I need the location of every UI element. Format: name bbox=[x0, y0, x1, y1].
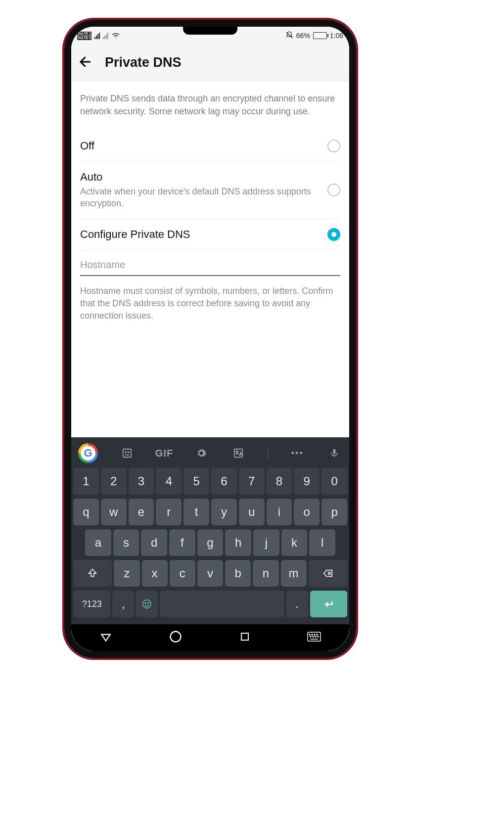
mic-icon[interactable] bbox=[326, 445, 342, 461]
page-title: Private DNS bbox=[105, 55, 182, 70]
option-configure[interactable]: Configure Private DNS bbox=[80, 219, 340, 250]
signal-sim2-icon bbox=[103, 33, 108, 39]
svg-rect-9 bbox=[241, 633, 248, 640]
radio-auto[interactable] bbox=[327, 184, 340, 196]
keyboard-row-asdf: a s d f g h j k l bbox=[73, 529, 347, 556]
key-j[interactable]: j bbox=[253, 529, 279, 556]
keyboard-row-numbers: 1 2 3 4 5 6 7 8 9 0 bbox=[73, 468, 347, 495]
battery-icon bbox=[313, 32, 327, 39]
back-button[interactable] bbox=[78, 54, 93, 71]
key-1[interactable]: 1 bbox=[73, 468, 99, 495]
option-off[interactable]: Off bbox=[80, 131, 340, 162]
translate-icon[interactable] bbox=[230, 445, 246, 461]
key-3[interactable]: 3 bbox=[129, 468, 154, 495]
key-2[interactable]: 2 bbox=[101, 468, 127, 495]
description-text: Private DNS sends data through an encryp… bbox=[80, 92, 340, 118]
wifi-icon bbox=[111, 32, 120, 40]
key-8[interactable]: 8 bbox=[267, 468, 292, 495]
key-p[interactable]: p bbox=[321, 499, 347, 525]
key-5[interactable]: 5 bbox=[183, 468, 209, 495]
svg-point-15 bbox=[317, 634, 318, 635]
key-i[interactable]: i bbox=[267, 499, 292, 525]
mute-icon bbox=[285, 31, 293, 41]
notch bbox=[183, 27, 237, 35]
key-q[interactable]: q bbox=[73, 499, 99, 525]
key-m[interactable]: m bbox=[281, 560, 307, 587]
enter-key[interactable] bbox=[310, 591, 347, 617]
key-o[interactable]: o bbox=[294, 499, 320, 525]
phone-frame: VoLTE 1 VoLTE 2 66% 1:06 bbox=[64, 20, 356, 658]
keyboard-row-bottom: ?123 , . bbox=[73, 591, 347, 617]
app-header: Private DNS bbox=[71, 45, 349, 81]
emoji-key[interactable] bbox=[136, 591, 158, 617]
backspace-key[interactable] bbox=[309, 560, 347, 587]
key-0[interactable]: 0 bbox=[321, 468, 347, 495]
key-9[interactable]: 9 bbox=[294, 468, 320, 495]
key-u[interactable]: u bbox=[239, 499, 265, 525]
more-icon[interactable]: ••• bbox=[289, 445, 305, 461]
nav-home-icon[interactable] bbox=[169, 630, 183, 646]
key-h[interactable]: h bbox=[225, 529, 251, 556]
svg-point-13 bbox=[312, 634, 313, 635]
option-off-label: Off bbox=[80, 139, 320, 152]
key-r[interactable]: r bbox=[156, 499, 182, 525]
key-w[interactable]: w bbox=[101, 499, 127, 525]
key-t[interactable]: t bbox=[183, 499, 209, 525]
option-auto-label: Auto bbox=[80, 171, 320, 184]
radio-off[interactable] bbox=[327, 139, 340, 152]
nav-keyboard-icon[interactable] bbox=[307, 632, 321, 644]
key-c[interactable]: c bbox=[170, 560, 195, 587]
signal-sim1-icon bbox=[94, 33, 100, 39]
period-key[interactable]: . bbox=[286, 591, 308, 617]
comma-key[interactable]: , bbox=[112, 591, 134, 617]
key-b[interactable]: b bbox=[225, 560, 251, 587]
svg-point-18 bbox=[315, 636, 316, 637]
svg-point-5 bbox=[143, 600, 151, 608]
key-z[interactable]: z bbox=[114, 560, 139, 587]
volte-1-icon: VoLTE 1 bbox=[77, 32, 92, 36]
google-logo-icon[interactable]: G bbox=[78, 443, 98, 463]
key-s[interactable]: s bbox=[113, 529, 139, 556]
key-a[interactable]: a bbox=[85, 529, 111, 556]
key-y[interactable]: y bbox=[211, 499, 237, 525]
key-g[interactable]: g bbox=[197, 529, 224, 556]
screen: VoLTE 1 VoLTE 2 66% 1:06 bbox=[71, 27, 349, 651]
key-d[interactable]: d bbox=[141, 529, 167, 556]
svg-point-14 bbox=[314, 634, 315, 635]
svg-point-19 bbox=[318, 636, 319, 637]
settings-icon[interactable] bbox=[193, 445, 209, 461]
keyboard-separator bbox=[268, 447, 268, 459]
svg-point-2 bbox=[128, 452, 129, 453]
volte-2-icon: VoLTE 2 bbox=[77, 36, 92, 40]
key-x[interactable]: x bbox=[142, 560, 168, 587]
gif-button[interactable]: GIF bbox=[156, 445, 172, 461]
option-auto[interactable]: Auto Activate when your device's default… bbox=[80, 162, 340, 219]
key-7[interactable]: 7 bbox=[239, 468, 265, 495]
keyboard-row-zxcv: z x c v b n m bbox=[73, 560, 347, 587]
clock-time: 1:06 bbox=[330, 32, 343, 40]
key-f[interactable]: f bbox=[169, 529, 195, 556]
svg-point-6 bbox=[145, 603, 146, 604]
shift-key[interactable] bbox=[73, 560, 112, 587]
key-l[interactable]: l bbox=[309, 529, 335, 556]
key-4[interactable]: 4 bbox=[156, 468, 182, 495]
key-v[interactable]: v bbox=[197, 560, 223, 587]
space-key[interactable] bbox=[160, 591, 284, 617]
hostname-input[interactable]: Hostname bbox=[80, 259, 340, 276]
key-6[interactable]: 6 bbox=[211, 468, 237, 495]
navigation-bar bbox=[71, 624, 349, 651]
key-e[interactable]: e bbox=[129, 499, 154, 525]
option-auto-subtitle: Activate when your device's default DNS … bbox=[80, 186, 320, 210]
svg-point-8 bbox=[171, 632, 181, 642]
key-k[interactable]: k bbox=[281, 529, 308, 556]
radio-configure[interactable] bbox=[327, 228, 340, 241]
nav-back-icon[interactable] bbox=[99, 630, 112, 645]
symbols-key[interactable]: ?123 bbox=[73, 591, 110, 617]
volte-indicators: VoLTE 1 VoLTE 2 bbox=[77, 32, 92, 40]
sticker-icon[interactable] bbox=[119, 445, 135, 461]
hostname-help-text: Hostname must consist of symbols, number… bbox=[80, 285, 340, 323]
svg-point-16 bbox=[310, 636, 311, 637]
key-n[interactable]: n bbox=[253, 560, 278, 587]
svg-point-12 bbox=[309, 634, 310, 635]
nav-recents-icon[interactable] bbox=[239, 631, 251, 645]
